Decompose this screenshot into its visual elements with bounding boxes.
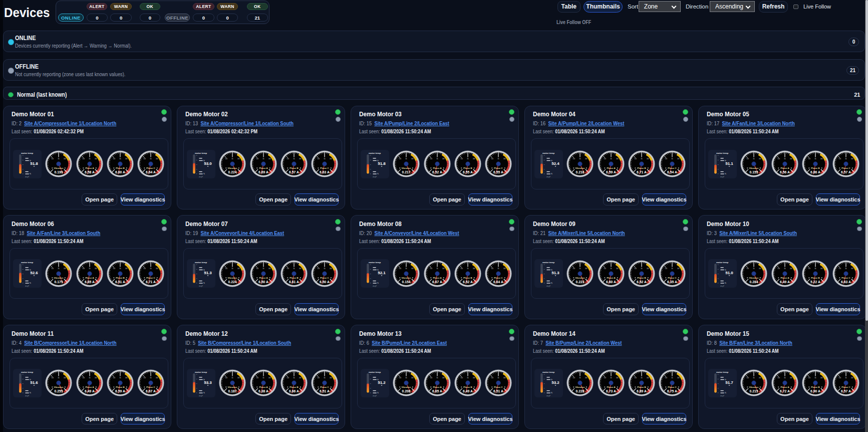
svg-text:6.57 A: 6.57 A [841,170,851,174]
svg-text:0.224: 0.224 [228,170,237,174]
svg-text:Phase B: Phase B [463,277,472,279]
svg-text:6.49 A: 6.49 A [780,280,790,284]
svg-text:%: % [30,282,31,284]
svg-text:6.67 A: 6.67 A [432,280,442,284]
svg-text:6.61 A: 6.61 A [289,280,299,284]
svg-text:Vibration: Vibration [228,386,237,389]
svg-text:motor temp: motor temp [21,371,33,373]
svg-text:%: % [725,392,726,394]
svg-text:6.71 A: 6.71 A [146,280,156,284]
svg-text:6.67 A: 6.67 A [146,390,156,393]
svg-text:degF: degF [720,176,725,178]
svg-text:Vibration: Vibration [228,277,237,279]
svg-text:51.6: 51.6 [30,380,38,385]
svg-text:Phase C: Phase C [842,167,851,169]
svg-text:Phase B: Phase B [811,386,819,389]
svg-text:motor temp: motor temp [21,152,33,154]
svg-text:motor temp: motor temp [195,152,207,154]
svg-text:%: % [203,173,205,175]
svg-text:Vibration: Vibration [575,167,585,169]
svg-text:Phase A: Phase A [780,277,789,279]
svg-text:6.50 A: 6.50 A [258,280,268,284]
svg-text:degF: degF [546,395,551,397]
svg-text:Phase A: Phase A [607,167,616,169]
svg-text:51.8: 51.8 [378,161,386,165]
svg-text:6.49 A: 6.49 A [463,390,473,393]
svg-text:%: % [551,173,552,175]
svg-text:Phase C: Phase C [842,386,851,389]
svg-text:%: % [203,282,205,284]
svg-text:motor temp: motor temp [542,371,554,373]
svg-text:6.59 A: 6.59 A [606,170,616,174]
svg-text:6.72 A: 6.72 A [780,390,790,393]
svg-text:degF: degF [373,395,377,397]
svg-text:0.155: 0.155 [750,170,758,174]
svg-text:Phase A: Phase A [433,167,442,169]
svg-text:Phase A: Phase A [607,277,616,279]
svg-text:Phase A: Phase A [259,167,268,169]
svg-text:6.54 A: 6.54 A [667,170,677,174]
svg-text:Phase A: Phase A [433,277,442,279]
svg-text:%: % [551,392,552,394]
svg-text:51.0: 51.0 [725,271,733,275]
svg-text:motor temp: motor temp [195,261,207,264]
svg-text:Vibration: Vibration [749,167,759,169]
svg-text:motor temp: motor temp [542,152,554,154]
svg-text:Phase A: Phase A [780,386,789,389]
svg-text:6.60 A: 6.60 A [115,170,125,174]
svg-text:degF: degF [25,395,30,397]
svg-text:Phase B: Phase B [637,167,646,169]
svg-text:6.63 A: 6.63 A [320,170,330,174]
svg-text:Phase B: Phase B [463,167,472,169]
svg-text:degF: degF [546,285,551,287]
svg-text:0.223: 0.223 [576,280,585,284]
svg-text:6.55 A: 6.55 A [493,170,503,174]
svg-text:motor temp: motor temp [716,371,728,373]
svg-text:degF: degF [199,285,203,287]
svg-text:51.3: 51.3 [551,271,559,275]
svg-text:Phase C: Phase C [494,277,503,279]
svg-text:Phase B: Phase B [290,277,298,279]
svg-text:0.175: 0.175 [55,280,63,284]
svg-text:6.64 A: 6.64 A [493,280,503,284]
svg-text:degF: degF [720,395,725,397]
svg-text:51.3: 51.3 [204,271,212,275]
svg-text:Phase B: Phase B [290,167,298,169]
svg-text:6.75 A: 6.75 A [667,390,677,393]
svg-text:Vibration: Vibration [402,167,411,169]
svg-text:%: % [203,392,205,394]
svg-text:5.22 A: 5.22 A [810,280,820,284]
svg-text:6.51 A: 6.51 A [320,390,330,393]
svg-text:51.8: 51.8 [30,161,38,165]
svg-text:0.228: 0.228 [576,390,585,393]
svg-text:Phase C: Phase C [147,167,156,169]
svg-text:52.4: 52.4 [551,161,559,165]
svg-text:6.52 A: 6.52 A [637,280,647,284]
svg-text:6.57 A: 6.57 A [841,390,851,393]
svg-text:Phase C: Phase C [668,167,677,169]
svg-text:53.3: 53.3 [204,380,212,385]
svg-text:6.56 A: 6.56 A [780,170,790,174]
svg-text:6.73 A: 6.73 A [606,390,616,393]
svg-text:Phase B: Phase B [637,277,646,279]
svg-text:Phase C: Phase C [494,167,503,169]
svg-text:51.2: 51.2 [378,380,386,385]
svg-text:6.71 A: 6.71 A [637,170,647,174]
svg-text:Phase C: Phase C [321,277,330,279]
svg-text:degF: degF [373,285,377,287]
svg-text:52.1: 52.1 [378,271,386,275]
svg-text:0.217: 0.217 [402,170,411,174]
svg-text:6.50 A: 6.50 A [320,280,330,284]
svg-text:0.199: 0.199 [55,170,63,174]
svg-text:Vibration: Vibration [402,386,411,389]
svg-text:Phase B: Phase B [811,167,819,169]
svg-text:%: % [377,392,379,394]
svg-text:Phase C: Phase C [147,277,156,279]
svg-text:6.58 A: 6.58 A [85,170,95,174]
svg-text:degF: degF [720,285,725,287]
svg-text:%: % [377,282,379,284]
svg-text:Vibration: Vibration [575,386,585,389]
svg-text:Phase B: Phase B [463,386,472,389]
svg-text:Phase A: Phase A [607,386,616,389]
svg-text:Phase A: Phase A [85,277,94,279]
